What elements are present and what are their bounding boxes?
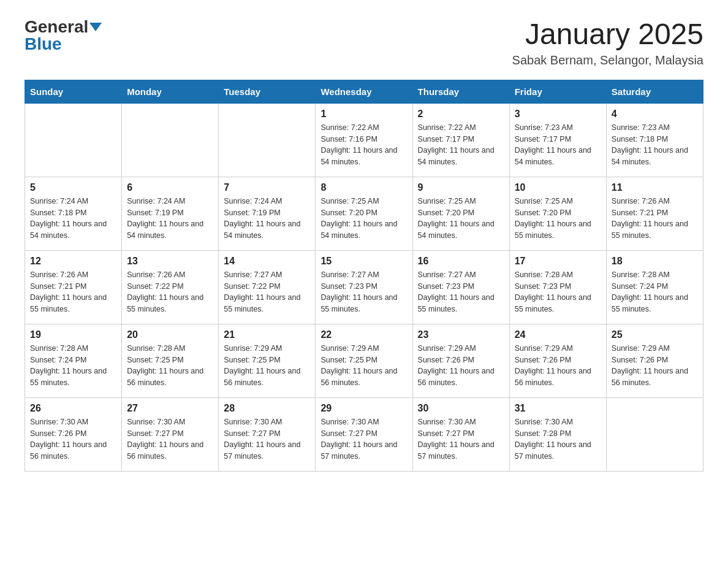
logo-blue-line: Blue [25,36,62,53]
calendar-cell: 14Sunrise: 7:27 AM Sunset: 7:22 PM Dayli… [219,250,316,324]
calendar-week-row: 1Sunrise: 7:22 AM Sunset: 7:16 PM Daylig… [25,103,703,177]
day-number: 2 [418,109,504,120]
calendar-cell: 28Sunrise: 7:30 AM Sunset: 7:27 PM Dayli… [219,397,316,471]
calendar-cell: 18Sunrise: 7:28 AM Sunset: 7:24 PM Dayli… [606,250,703,324]
day-number: 10 [515,182,601,193]
calendar-cell: 19Sunrise: 7:28 AM Sunset: 7:24 PM Dayli… [25,324,122,397]
day-number: 6 [127,182,213,193]
calendar-cell: 13Sunrise: 7:26 AM Sunset: 7:22 PM Dayli… [122,250,219,324]
day-info: Sunrise: 7:22 AM Sunset: 7:16 PM Dayligh… [320,122,407,168]
day-info: Sunrise: 7:29 AM Sunset: 7:25 PM Dayligh… [320,343,407,389]
logo-general-line: General [25,18,102,36]
day-info: Sunrise: 7:22 AM Sunset: 7:17 PM Dayligh… [418,122,504,168]
day-info: Sunrise: 7:30 AM Sunset: 7:27 PM Dayligh… [127,416,213,462]
day-info: Sunrise: 7:26 AM Sunset: 7:21 PM Dayligh… [612,196,698,242]
day-number: 29 [320,403,407,414]
day-info: Sunrise: 7:25 AM Sunset: 7:20 PM Dayligh… [515,196,601,242]
calendar-cell: 12Sunrise: 7:26 AM Sunset: 7:21 PM Dayli… [25,250,122,324]
day-number: 13 [127,256,213,267]
weekday-header-thursday: Thursday [412,80,509,103]
day-number: 25 [612,329,698,340]
day-info: Sunrise: 7:26 AM Sunset: 7:22 PM Dayligh… [127,269,213,315]
calendar-cell: 24Sunrise: 7:29 AM Sunset: 7:26 PM Dayli… [509,324,606,397]
calendar-week-row: 26Sunrise: 7:30 AM Sunset: 7:26 PM Dayli… [25,397,703,471]
calendar-cell: 10Sunrise: 7:25 AM Sunset: 7:20 PM Dayli… [509,177,606,250]
calendar-cell: 5Sunrise: 7:24 AM Sunset: 7:18 PM Daylig… [25,177,122,250]
day-number: 9 [418,182,504,193]
calendar-cell: 8Sunrise: 7:25 AM Sunset: 7:20 PM Daylig… [316,177,412,250]
calendar-cell: 26Sunrise: 7:30 AM Sunset: 7:26 PM Dayli… [25,397,122,471]
day-info: Sunrise: 7:29 AM Sunset: 7:26 PM Dayligh… [418,343,504,389]
title-section: January 2025 Sabak Bernam, Selangor, Mal… [512,18,703,67]
day-info: Sunrise: 7:27 AM Sunset: 7:23 PM Dayligh… [418,269,504,315]
page-header: General Blue January 2025 Sabak Bernam, … [25,18,703,67]
day-number: 11 [612,182,698,193]
calendar-table: SundayMondayTuesdayWednesdayThursdayFrid… [25,80,703,472]
weekday-header-saturday: Saturday [606,80,703,103]
calendar-cell: 7Sunrise: 7:24 AM Sunset: 7:19 PM Daylig… [219,177,316,250]
calendar-cell [219,103,316,177]
day-number: 30 [418,403,504,414]
day-info: Sunrise: 7:30 AM Sunset: 7:26 PM Dayligh… [30,416,116,462]
day-info: Sunrise: 7:24 AM Sunset: 7:18 PM Dayligh… [30,196,116,242]
day-info: Sunrise: 7:30 AM Sunset: 7:28 PM Dayligh… [515,416,601,462]
day-info: Sunrise: 7:28 AM Sunset: 7:24 PM Dayligh… [30,343,116,389]
day-info: Sunrise: 7:25 AM Sunset: 7:20 PM Dayligh… [320,196,407,242]
day-number: 16 [418,256,504,267]
day-number: 23 [418,329,504,340]
day-number: 31 [515,403,601,414]
day-number: 12 [30,256,116,267]
day-info: Sunrise: 7:30 AM Sunset: 7:27 PM Dayligh… [320,416,407,462]
day-number: 21 [224,329,310,340]
weekday-header-monday: Monday [122,80,219,103]
calendar-cell: 29Sunrise: 7:30 AM Sunset: 7:27 PM Dayli… [316,397,412,471]
day-number: 27 [127,403,213,414]
day-info: Sunrise: 7:24 AM Sunset: 7:19 PM Dayligh… [224,196,310,242]
day-info: Sunrise: 7:26 AM Sunset: 7:21 PM Dayligh… [30,269,116,315]
weekday-header-friday: Friday [509,80,606,103]
day-number: 15 [320,256,407,267]
calendar-cell [25,103,122,177]
weekday-header-wednesday: Wednesday [316,80,412,103]
day-info: Sunrise: 7:28 AM Sunset: 7:23 PM Dayligh… [515,269,601,315]
day-number: 14 [224,256,310,267]
day-number: 8 [320,182,407,193]
calendar-cell [606,397,703,471]
calendar-week-row: 5Sunrise: 7:24 AM Sunset: 7:18 PM Daylig… [25,177,703,250]
logo-blue-text: Blue [25,36,62,53]
weekday-header-row: SundayMondayTuesdayWednesdayThursdayFrid… [25,80,703,103]
day-info: Sunrise: 7:28 AM Sunset: 7:24 PM Dayligh… [612,269,698,315]
calendar-cell: 22Sunrise: 7:29 AM Sunset: 7:25 PM Dayli… [316,324,412,397]
day-info: Sunrise: 7:27 AM Sunset: 7:23 PM Dayligh… [320,269,407,315]
day-number: 17 [515,256,601,267]
day-number: 24 [515,329,601,340]
day-number: 26 [30,403,116,414]
calendar-cell: 27Sunrise: 7:30 AM Sunset: 7:27 PM Dayli… [122,397,219,471]
calendar-cell: 20Sunrise: 7:28 AM Sunset: 7:25 PM Dayli… [122,324,219,397]
weekday-header-tuesday: Tuesday [219,80,316,103]
logo-triangle-icon [89,23,102,31]
day-info: Sunrise: 7:30 AM Sunset: 7:27 PM Dayligh… [418,416,504,462]
location-title: Sabak Bernam, Selangor, Malaysia [512,53,703,67]
day-info: Sunrise: 7:29 AM Sunset: 7:26 PM Dayligh… [612,343,698,389]
day-info: Sunrise: 7:27 AM Sunset: 7:22 PM Dayligh… [224,269,310,315]
calendar-cell: 2Sunrise: 7:22 AM Sunset: 7:17 PM Daylig… [412,103,509,177]
day-number: 7 [224,182,310,193]
day-number: 3 [515,109,601,120]
calendar-cell: 9Sunrise: 7:25 AM Sunset: 7:20 PM Daylig… [412,177,509,250]
day-number: 5 [30,182,116,193]
calendar-cell: 16Sunrise: 7:27 AM Sunset: 7:23 PM Dayli… [412,250,509,324]
day-info: Sunrise: 7:23 AM Sunset: 7:17 PM Dayligh… [515,122,601,168]
calendar-cell: 31Sunrise: 7:30 AM Sunset: 7:28 PM Dayli… [509,397,606,471]
calendar-cell: 30Sunrise: 7:30 AM Sunset: 7:27 PM Dayli… [412,397,509,471]
calendar-week-row: 19Sunrise: 7:28 AM Sunset: 7:24 PM Dayli… [25,324,703,397]
day-number: 22 [320,329,407,340]
calendar-cell: 11Sunrise: 7:26 AM Sunset: 7:21 PM Dayli… [606,177,703,250]
month-title: January 2025 [512,18,703,51]
calendar-cell: 6Sunrise: 7:24 AM Sunset: 7:19 PM Daylig… [122,177,219,250]
day-number: 18 [612,256,698,267]
day-info: Sunrise: 7:23 AM Sunset: 7:18 PM Dayligh… [612,122,698,168]
logo-general-text: General [25,18,88,36]
day-number: 19 [30,329,116,340]
calendar-cell: 15Sunrise: 7:27 AM Sunset: 7:23 PM Dayli… [316,250,412,324]
